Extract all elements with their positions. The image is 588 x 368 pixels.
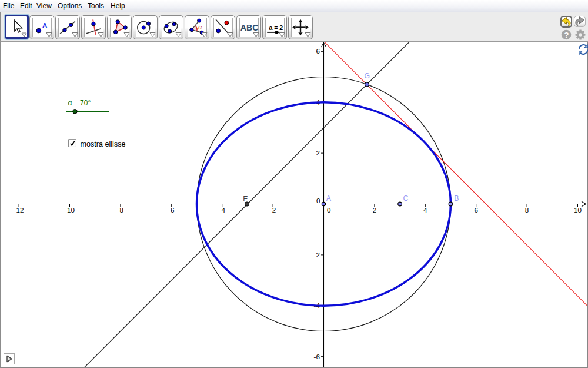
svg-text:-12: -12 — [14, 206, 24, 214]
svg-text:α: α — [198, 23, 202, 31]
svg-text:?: ? — [564, 31, 569, 39]
svg-text:10: 10 — [574, 206, 582, 214]
svg-text:0: 0 — [327, 206, 331, 214]
svg-text:-10: -10 — [65, 206, 75, 214]
svg-text:2: 2 — [316, 149, 320, 157]
svg-text:α = 70°: α = 70° — [68, 99, 91, 107]
svg-text:G: G — [365, 72, 370, 80]
svg-text:4: 4 — [423, 206, 427, 214]
svg-text:-8: -8 — [118, 206, 123, 214]
svg-text:a = 2: a = 2 — [269, 24, 283, 31]
svg-text:8: 8 — [525, 206, 529, 214]
svg-text:A: A — [326, 194, 332, 203]
svg-text:-2: -2 — [314, 251, 320, 258]
svg-text:-6: -6 — [168, 206, 174, 214]
svg-text:B: B — [454, 194, 459, 203]
svg-text:6: 6 — [474, 206, 478, 214]
svg-text:2: 2 — [373, 206, 377, 214]
svg-text:6: 6 — [316, 47, 320, 55]
svg-text:A: A — [42, 22, 47, 29]
svg-text:C: C — [403, 194, 409, 203]
svg-text:mostra ellisse: mostra ellisse — [81, 140, 126, 148]
svg-text:-6: -6 — [314, 353, 320, 360]
svg-text:ABC: ABC — [240, 23, 259, 32]
svg-text:-4: -4 — [219, 206, 225, 214]
svg-text:-2: -2 — [270, 206, 276, 214]
svg-text:E: E — [243, 195, 248, 203]
svg-text:0: 0 — [316, 197, 320, 204]
